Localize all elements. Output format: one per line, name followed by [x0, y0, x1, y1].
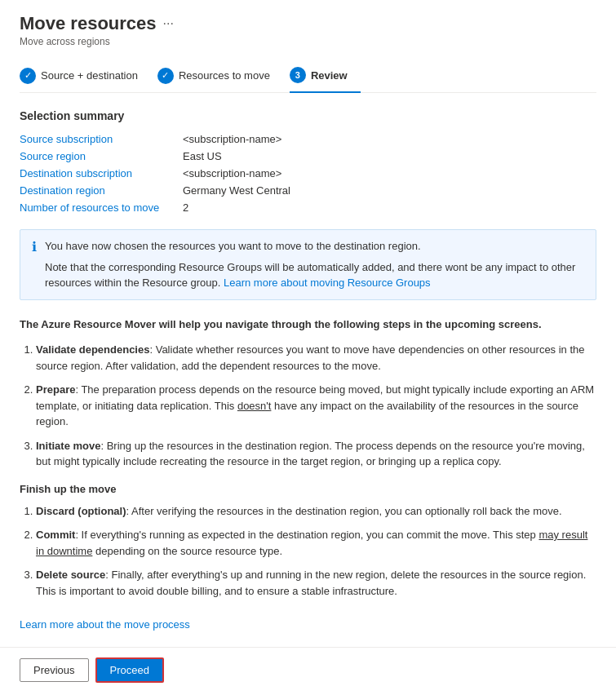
previous-button[interactable]: Previous — [20, 658, 89, 682]
learn-more-move-process-link[interactable]: Learn more about the move process — [20, 618, 190, 631]
summary-row: Source regionEast US — [20, 148, 596, 165]
summary-table: Source subscription<subscription-name>So… — [20, 131, 596, 216]
summary-value: <subscription-name> — [183, 131, 596, 148]
summary-row: Destination regionGermany West Central — [20, 182, 596, 199]
info-text: You have now chosen the resources you wa… — [45, 238, 584, 291]
proceed-button[interactable]: Proceed — [95, 657, 164, 683]
summary-row: Source subscription<subscription-name> — [20, 131, 596, 148]
step-review[interactable]: 3 Review — [290, 60, 361, 93]
summary-label: Destination region — [20, 182, 183, 199]
footer: Previous Proceed — [0, 647, 616, 693]
summary-label: Number of resources to move — [20, 199, 183, 216]
step-after-item: Commit: If everything's running as expec… — [36, 527, 596, 559]
wizard-steps: ✓ Source + destination ✓ Resources to mo… — [20, 60, 596, 93]
summary-value: <subscription-name> — [183, 165, 596, 182]
main-description: The Azure Resource Mover will help you n… — [20, 317, 596, 333]
selection-summary-title: Selection summary — [20, 109, 596, 122]
summary-value: 2 — [183, 199, 596, 216]
more-options-icon[interactable]: ··· — [163, 16, 174, 31]
summary-label: Source subscription — [20, 131, 183, 148]
step-label-resources-to-move: Resources to move — [179, 69, 270, 82]
summary-label: Source region — [20, 148, 183, 165]
steps-before-list: Validate dependencies: Validate whether … — [20, 342, 596, 470]
steps-after-list: Discard (optional): After verifying the … — [20, 503, 596, 600]
step-before-item: Initiate move: Bring up the resources in… — [36, 438, 596, 470]
step-before-item: Prepare: The preparation process depends… — [36, 382, 596, 430]
info-icon: ℹ — [32, 239, 37, 291]
summary-label: Destination subscription — [20, 165, 183, 182]
page-title: Move resources — [20, 13, 157, 34]
step-after-item: Discard (optional): After verifying the … — [36, 503, 596, 520]
info-box: ℹ You have now chosen the resources you … — [20, 229, 596, 300]
learn-more-resource-groups-link[interactable]: Learn more about moving Resource Groups — [224, 277, 431, 289]
summary-value: East US — [183, 148, 596, 165]
step-label-review: Review — [311, 69, 348, 82]
summary-value: Germany West Central — [183, 182, 596, 199]
summary-row: Number of resources to move2 — [20, 199, 596, 216]
page-subtitle: Move across regions — [20, 36, 596, 47]
finish-title: Finish up the move — [20, 483, 596, 495]
step-label-source-destination: Source + destination — [41, 69, 138, 82]
info-line2: Note that the corresponding Resource Gro… — [45, 259, 584, 291]
info-line1: You have now chosen the resources you wa… — [45, 238, 584, 255]
step-resources-to-move[interactable]: ✓ Resources to move — [157, 61, 283, 92]
step-after-item: Delete source: Finally, after everything… — [36, 567, 596, 599]
step-number-review: 3 — [290, 67, 306, 83]
step-check-resources-to-move: ✓ — [157, 68, 174, 84]
page-header: Move resources ··· — [20, 13, 596, 34]
step-before-item: Validate dependencies: Validate whether … — [36, 342, 596, 374]
summary-row: Destination subscription<subscription-na… — [20, 165, 596, 182]
step-source-destination[interactable]: ✓ Source + destination — [20, 61, 151, 92]
step-check-source-destination: ✓ — [20, 68, 36, 84]
